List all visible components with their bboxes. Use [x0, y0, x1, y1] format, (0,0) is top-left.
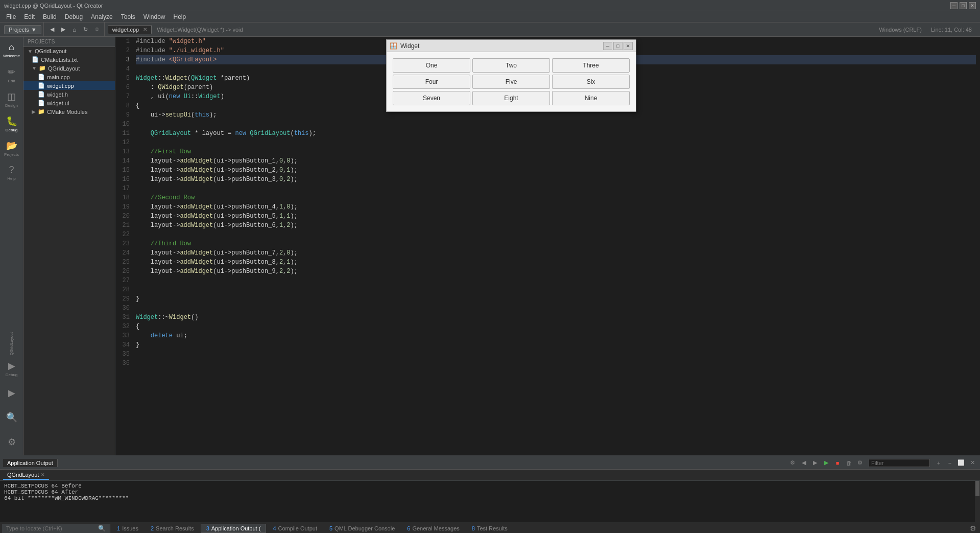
- activity-debug-bottom[interactable]: ▶ Debug: [2, 357, 22, 380]
- output-maximize-btn[interactable]: ⬜: [957, 458, 966, 468]
- output-clear-btn[interactable]: 🗑: [844, 458, 853, 468]
- widget-btn-two[interactable]: Two: [472, 58, 550, 73]
- line-col-display: Line: 11, Col: 48: [927, 27, 976, 33]
- menu-analyze[interactable]: Analyze: [87, 12, 117, 21]
- widget-btn-five[interactable]: Five: [472, 75, 550, 89]
- output-run-btn[interactable]: ▶: [822, 458, 831, 468]
- bottom-tab-compile-output[interactable]: 4 Compile Output: [267, 524, 323, 533]
- activity-projects[interactable]: 📂 Projects: [2, 137, 22, 159]
- output-filter-input[interactable]: [871, 460, 927, 466]
- cmakelists-icon: 📄: [32, 56, 39, 63]
- debug-bottom-icon: ▶: [8, 360, 15, 372]
- activity-run-bottom[interactable]: ▶: [2, 382, 22, 404]
- minimize-button[interactable]: ─: [950, 2, 958, 9]
- line-num-4: 4: [119, 64, 130, 74]
- widget-btn-six[interactable]: Six: [552, 75, 630, 89]
- home-button[interactable]: ⌂: [69, 25, 80, 35]
- search-icon: 🔍: [98, 525, 106, 532]
- output-sub-tab-qgridlayout[interactable]: QGridLayout ✕: [3, 471, 49, 480]
- activity-design[interactable]: ◫ Design: [2, 88, 22, 110]
- output-sub-tab-close[interactable]: ✕: [41, 472, 45, 477]
- back-button[interactable]: ◀: [47, 25, 57, 35]
- bottom-settings-btn[interactable]: ⚙: [968, 523, 978, 534]
- line-num-27: 27: [119, 276, 130, 285]
- tree-widget-ui[interactable]: 📄 widget.ui: [23, 99, 115, 107]
- activity-project-bottom[interactable]: QGridLayout: [2, 333, 22, 355]
- bottom-tab-general-messages[interactable]: 6 General Messages: [401, 524, 465, 533]
- tree-cmakelists[interactable]: 📄 CMakeLists.txt: [23, 55, 115, 64]
- widget-btn-four[interactable]: Four: [393, 75, 470, 89]
- menu-file[interactable]: File: [2, 12, 20, 21]
- output-stop-btn[interactable]: ■: [833, 458, 842, 468]
- output-line-2: HCBT_SETFOCUS 64 After: [4, 489, 971, 495]
- code-line-12: [136, 138, 976, 147]
- activity-analyze-bottom[interactable]: 🔍: [2, 406, 22, 429]
- line-num-19: 19: [119, 202, 130, 212]
- tree-widget-cpp[interactable]: 📄 widget.cpp: [23, 81, 115, 90]
- qgridlayout-chevron: ▼: [32, 65, 37, 71]
- output-close-panel-btn[interactable]: ✕: [968, 458, 977, 468]
- bottom-tab-qml-debugger[interactable]: 5 QML Debugger Console: [324, 524, 400, 533]
- output-next-btn[interactable]: ▶: [810, 458, 820, 468]
- widget-btn-three[interactable]: Three: [552, 58, 630, 73]
- menu-build[interactable]: Build: [39, 12, 61, 21]
- menu-debug[interactable]: Debug: [61, 12, 87, 21]
- menu-help[interactable]: Help: [170, 12, 190, 21]
- bottom-tab-issues[interactable]: 1 Issues: [111, 524, 144, 533]
- line-num-29: 29: [119, 294, 130, 304]
- code-line-23: //Third Row: [136, 239, 976, 248]
- line-num-31: 31: [119, 313, 130, 322]
- tree-qgridlayout-folder[interactable]: ▼ 📁 QGridLayout: [23, 64, 115, 73]
- output-add-btn[interactable]: +: [934, 458, 943, 468]
- bookmark-button[interactable]: ☆: [92, 25, 102, 35]
- close-button[interactable]: ✕: [969, 2, 976, 9]
- file-tab-active[interactable]: widget.cpp ✕: [108, 25, 152, 34]
- activity-bar: ⌂ Welcome ✏ Edit ◫ Design 🐛 Debug 📂 Proj…: [0, 37, 23, 455]
- reload-button[interactable]: ↻: [81, 25, 91, 35]
- menu-edit[interactable]: Edit: [20, 12, 39, 21]
- menu-tools[interactable]: Tools: [117, 12, 139, 21]
- code-line-28: [136, 285, 976, 294]
- code-line-22: [136, 230, 976, 239]
- widget-btn-one[interactable]: One: [393, 58, 470, 73]
- code-line-15: layout->addWidget(ui->pushButton_2,0,1);: [136, 166, 976, 175]
- line-num-23: 23: [119, 239, 130, 248]
- code-line-19: layout->addWidget(ui->pushButton_4,1,0);: [136, 202, 976, 212]
- widget-close-button[interactable]: ✕: [624, 42, 633, 50]
- widget-btn-eight[interactable]: Eight: [472, 91, 550, 105]
- activity-edit[interactable]: ✏ Edit: [2, 63, 22, 86]
- maximize-button[interactable]: □: [960, 2, 967, 9]
- bottom-tab-search-results[interactable]: 2 Search Results: [145, 524, 200, 533]
- activity-settings-bottom[interactable]: ⚙: [2, 431, 22, 453]
- activity-debug[interactable]: 🐛 Debug: [2, 112, 22, 135]
- forward-button[interactable]: ▶: [58, 25, 68, 35]
- tree-main-cpp[interactable]: 📄 main.cpp: [23, 73, 115, 81]
- code-editor[interactable]: 1 2 3 4 5 6 7 8 9 10 11 12 13 14 15 16 1…: [115, 37, 980, 455]
- search-results-label: Search Results: [156, 525, 194, 531]
- menu-window[interactable]: Window: [139, 12, 170, 21]
- output-scrollbar[interactable]: [975, 481, 980, 522]
- locate-input[interactable]: [6, 525, 98, 531]
- output-remove-btn[interactable]: −: [945, 458, 954, 468]
- tree-root[interactable]: ▼ QGridLayout: [23, 47, 115, 55]
- output-tab-application[interactable]: Application Output: [3, 459, 58, 467]
- widget-maximize-button[interactable]: □: [613, 42, 623, 50]
- output-filter-toggle[interactable]: ⚙: [855, 458, 865, 468]
- widget-btn-nine[interactable]: Nine: [552, 91, 630, 105]
- file-tab-close[interactable]: ✕: [143, 27, 147, 32]
- output-settings-btn[interactable]: ⚙: [788, 458, 797, 468]
- activity-help[interactable]: ? Help: [2, 161, 22, 184]
- output-prev-btn[interactable]: ◀: [799, 458, 808, 468]
- tree-widget-h[interactable]: 📄 widget.h: [23, 90, 115, 99]
- widget-btn-seven[interactable]: Seven: [393, 91, 470, 105]
- code-line-16: layout->addWidget(ui->pushButton_3,0,2);: [136, 175, 976, 184]
- activity-welcome[interactable]: ⌂ Welcome: [2, 39, 22, 61]
- widget-minimize-button[interactable]: ─: [603, 42, 612, 50]
- analyze-icon: 🔍: [6, 412, 17, 423]
- tree-cmake-modules[interactable]: ▶ 📁 CMake Modules: [23, 107, 115, 116]
- projects-tab[interactable]: Projects ▼: [4, 25, 41, 34]
- code-line-13: //First Row: [136, 147, 976, 156]
- output-scrollbar-thumb[interactable]: [975, 481, 979, 496]
- bottom-tab-test-results[interactable]: 8 Test Results: [466, 524, 513, 533]
- bottom-tab-app-output[interactable]: 3 Application Output (: [201, 524, 267, 533]
